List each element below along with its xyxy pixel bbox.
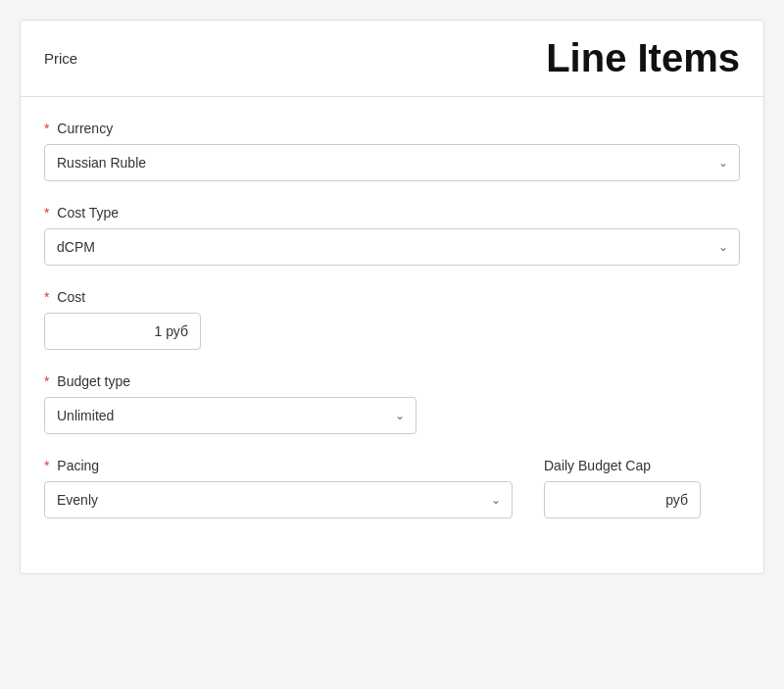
cost-input[interactable] [44, 313, 201, 350]
pacing-budget-row: * Pacing Evenly ASAP ⌄ Daily Budget Cap [44, 458, 740, 542]
budget-type-label: * Budget type [44, 373, 740, 389]
budget-type-required-star: * [44, 373, 49, 389]
cost-type-select-wrapper: dCPM CPM CPC ⌄ [44, 228, 740, 266]
budget-type-select[interactable]: Unlimited Daily Total [44, 397, 416, 434]
pacing-select-wrapper: Evenly ASAP ⌄ [44, 481, 513, 518]
currency-group: * Currency Russian Ruble US Dollar Euro … [44, 121, 740, 181]
form-body: * Currency Russian Ruble US Dollar Euro … [21, 97, 763, 573]
daily-budget-cap-group: Daily Budget Cap [544, 458, 740, 518]
daily-budget-cap-label: Daily Budget Cap [544, 458, 740, 473]
budget-type-group: * Budget type Unlimited Daily Total ⌄ [44, 373, 740, 434]
currency-required-star: * [44, 121, 49, 136]
line-items-title: Line Items [546, 36, 740, 80]
budget-type-select-wrapper: Unlimited Daily Total ⌄ [44, 397, 416, 434]
cost-label: * Cost [44, 289, 740, 305]
cost-required-star: * [44, 289, 49, 305]
cost-type-required-star: * [44, 205, 49, 221]
pacing-label: * Pacing [44, 458, 513, 473]
currency-select-wrapper: Russian Ruble US Dollar Euro ⌄ [44, 144, 740, 181]
cost-type-label: * Cost Type [44, 205, 740, 221]
cost-group: * Cost [44, 289, 740, 350]
cost-type-group: * Cost Type dCPM CPM CPC ⌄ [44, 205, 740, 266]
page-container: Price Line Items * Currency Russian Rubl… [20, 20, 764, 574]
price-label: Price [44, 50, 77, 67]
pacing-group: * Pacing Evenly ASAP ⌄ [44, 458, 513, 518]
daily-budget-cap-input[interactable] [544, 481, 701, 518]
currency-label: * Currency [44, 121, 740, 136]
pacing-select[interactable]: Evenly ASAP [44, 481, 513, 518]
page-header: Price Line Items [21, 21, 763, 97]
currency-select[interactable]: Russian Ruble US Dollar Euro [44, 144, 740, 181]
cost-type-select[interactable]: dCPM CPM CPC [44, 228, 740, 266]
pacing-required-star: * [44, 458, 49, 473]
